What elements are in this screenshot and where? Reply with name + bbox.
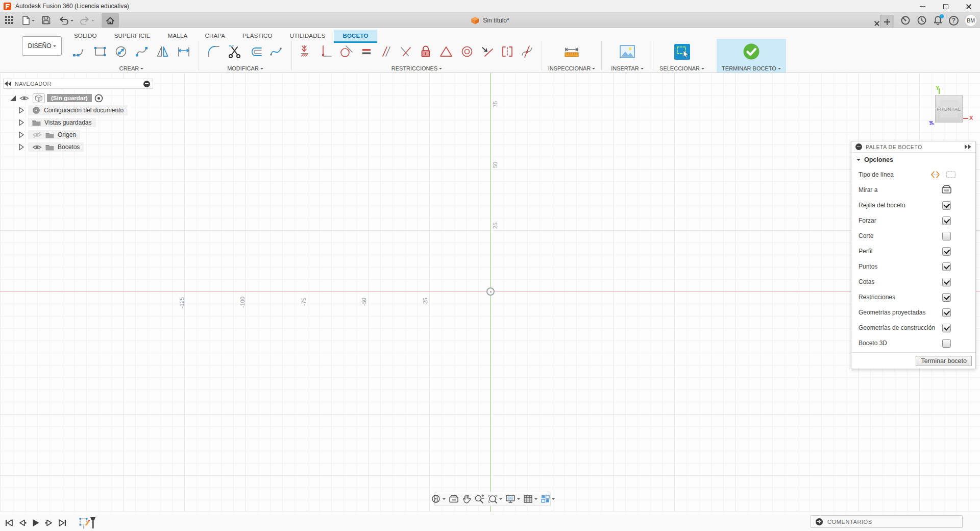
app-grid-button[interactable] — [3, 13, 16, 28]
modificar-menu[interactable]: MODIFICAR — [227, 64, 263, 73]
zoom-button[interactable] — [474, 494, 484, 504]
grid-settings-button[interactable] — [523, 494, 537, 503]
concentric-constraint-icon[interactable] — [459, 44, 475, 59]
pan-button[interactable] — [462, 494, 471, 504]
equal-constraint-icon[interactable] — [360, 44, 373, 59]
spline-tool-button[interactable] — [134, 44, 150, 59]
lock-constraint-icon[interactable] — [419, 44, 433, 59]
tangent-constraint-icon[interactable] — [339, 44, 354, 59]
maximize-button[interactable] — [934, 0, 957, 13]
slice-checkbox[interactable] — [942, 232, 951, 240]
eye-hidden-icon[interactable] — [32, 131, 42, 138]
sketch-3d-checkbox[interactable] — [942, 339, 951, 348]
expand-triangle-icon[interactable] — [9, 95, 16, 102]
fit-caret[interactable] — [499, 498, 502, 501]
palette-section-opciones[interactable]: Opciones — [851, 153, 975, 167]
grid-caret[interactable] — [534, 498, 537, 501]
offset-tool-button[interactable] — [248, 44, 263, 59]
activate-target-icon[interactable] — [94, 94, 103, 103]
display-settings-button[interactable] — [505, 494, 520, 503]
insertar-menu[interactable]: INSERTAR — [611, 64, 644, 73]
extensions-button[interactable] — [900, 15, 911, 26]
root-document-label[interactable]: (Sin guardar) — [47, 94, 92, 102]
redo-button[interactable] — [78, 13, 96, 28]
dimensions-checkbox[interactable] — [942, 278, 951, 286]
edit-curve-button[interactable] — [269, 44, 284, 59]
collapsed-caret-icon[interactable] — [18, 143, 24, 151]
navigator-item-origin[interactable]: Origen — [18, 129, 80, 140]
visibility-eye-icon[interactable] — [32, 144, 42, 151]
document-tab[interactable]: Sin título* — [471, 13, 509, 28]
navigator-root-row[interactable]: (Sin guardar) — [9, 92, 103, 104]
step-forward-button[interactable] — [45, 519, 53, 527]
trim-scissors-button[interactable] — [227, 44, 242, 59]
circle-tool-button[interactable] — [113, 44, 129, 59]
new-document-tab-button[interactable] — [880, 15, 894, 28]
home-view-button[interactable] — [102, 13, 119, 28]
orbit-caret[interactable] — [443, 498, 446, 501]
viewcube[interactable]: FRONTAL — [935, 95, 963, 123]
symmetry-constraint-icon[interactable] — [500, 44, 514, 59]
projected-geometry-checkbox[interactable] — [942, 308, 951, 317]
mirror-tool-button[interactable] — [155, 44, 170, 59]
seleccionar-menu[interactable]: SELECCIONAR — [659, 64, 704, 73]
fit-button[interactable] — [487, 494, 502, 504]
help-button[interactable]: ? — [949, 16, 959, 26]
colinear-constraint-icon[interactable] — [399, 44, 413, 59]
orbit-button[interactable] — [431, 494, 446, 504]
redo-history-caret[interactable] — [91, 20, 94, 23]
terminar-boceto-menu[interactable]: TERMINAR BOCETO — [722, 64, 781, 73]
fillet-tool-button[interactable] — [206, 44, 222, 59]
collapsed-caret-icon[interactable] — [18, 119, 24, 126]
construction-geometry-checkbox[interactable] — [942, 324, 951, 332]
file-menu-button[interactable] — [20, 13, 37, 28]
insert-image-button[interactable] — [619, 44, 635, 59]
navigator-options-icon[interactable] — [143, 81, 150, 87]
timeline-sketch-marker[interactable] — [79, 516, 96, 529]
profile-checkbox[interactable] — [942, 247, 951, 256]
navigator-item-saved-views[interactable]: Vistas guardadas — [18, 117, 96, 128]
navigator-item-sketches[interactable]: Bocetos — [18, 141, 84, 153]
collapsed-caret-icon[interactable] — [18, 131, 24, 138]
select-tool-button[interactable] — [674, 44, 690, 60]
origin-point[interactable] — [486, 287, 495, 296]
parallel-constraint-icon[interactable] — [379, 44, 393, 59]
palette-options-icon[interactable] — [855, 143, 862, 150]
look-at-button[interactable] — [449, 495, 459, 503]
grid-checkbox[interactable] — [942, 201, 951, 210]
step-back-button[interactable] — [18, 519, 27, 527]
curvature-constraint-icon[interactable] — [520, 44, 534, 59]
close-button[interactable] — [957, 0, 980, 13]
play-button[interactable] — [32, 518, 40, 527]
undo-history-caret[interactable] — [70, 20, 74, 23]
notifications-button[interactable] — [933, 15, 943, 26]
triangle-constraint-icon[interactable] — [438, 44, 454, 59]
terminar-boceto-button[interactable]: Terminar boceto — [916, 356, 972, 366]
snap-checkbox[interactable] — [942, 216, 951, 225]
finish-sketch-button[interactable] — [743, 43, 760, 60]
skip-to-end-button[interactable] — [58, 519, 66, 527]
viewport-canvas[interactable]: 75 50 25 -125 -100 -75 -50 -25 NAVEGADOR… — [0, 73, 980, 512]
skip-to-start-button[interactable] — [5, 519, 13, 527]
minimize-button[interactable] — [911, 0, 934, 13]
user-avatar[interactable]: BM — [965, 14, 977, 27]
workspace-switcher[interactable]: DISEÑO — [22, 36, 62, 56]
navigator-header[interactable]: NAVEGADOR — [3, 79, 153, 89]
measure-tool-button[interactable] — [563, 44, 580, 59]
display-caret[interactable] — [517, 498, 520, 501]
linetype-normal-icon[interactable] — [930, 171, 940, 179]
visibility-eye-icon[interactable] — [19, 95, 29, 102]
viewports-caret[interactable] — [552, 498, 555, 501]
palette-header[interactable]: PALETA DE BOCETO — [851, 141, 975, 153]
save-button[interactable] — [40, 13, 53, 28]
collapse-right-icon[interactable] — [965, 144, 971, 149]
job-status-button[interactable] — [917, 15, 927, 26]
undo-button[interactable] — [57, 13, 76, 28]
look-at-icon[interactable] — [941, 185, 952, 194]
perpendicular-constraint-icon[interactable] — [319, 44, 333, 59]
rectangle-tool-button[interactable] — [92, 44, 108, 59]
constraints-checkbox[interactable] — [942, 293, 951, 302]
fixed-constraint-icon[interactable] — [299, 44, 313, 59]
collapse-left-icon[interactable] — [5, 81, 12, 86]
add-comment-icon[interactable] — [816, 518, 823, 525]
